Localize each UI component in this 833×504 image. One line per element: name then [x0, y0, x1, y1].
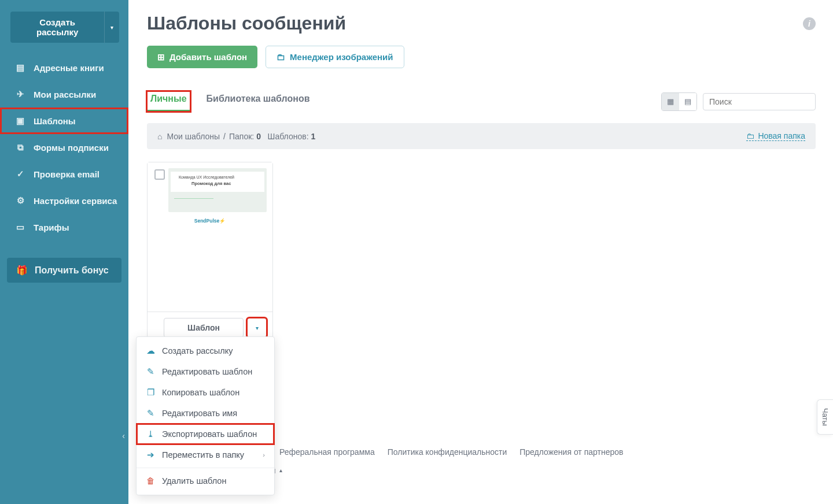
- copy-icon: ❐: [146, 388, 155, 397]
- form-icon: ⧉: [15, 142, 25, 153]
- folders-label: Папок:: [229, 132, 254, 141]
- chevron-right-icon: ›: [263, 451, 265, 458]
- image-folder-icon: 🗀: [277, 52, 285, 62]
- settings-icon: ⚙: [15, 195, 25, 206]
- sidebar-item-templates[interactable]: ▣ Шаблоны: [0, 108, 128, 134]
- tabs-row: Личные Библиотека шаблонов ▦ ▤: [147, 91, 816, 112]
- bonus-label: Получить бонус: [35, 265, 109, 276]
- create-campaign-group: Создать рассылку ▾: [10, 12, 119, 43]
- footer-link[interactable]: Реферальная программа: [279, 447, 375, 457]
- template-title[interactable]: Шаблон: [164, 318, 244, 338]
- footer-link[interactable]: Политика конфиденциальности: [388, 447, 507, 457]
- template-icon: ▣: [15, 116, 25, 126]
- sidebar: Создать рассылку ▾ ▤ Адресные книги ✈ Мо…: [0, 0, 128, 504]
- export-icon: ⤓: [146, 429, 155, 439]
- plus-icon: ⊞: [157, 52, 165, 62]
- templates-count: 1: [311, 132, 315, 141]
- verify-icon: ✓: [15, 169, 25, 179]
- preview-line2: Промокод для вас: [191, 181, 259, 186]
- menu-label: Создать рассылку: [162, 346, 233, 355]
- preview-subline: ────────────────: [171, 197, 264, 200]
- view-list-button[interactable]: ▤: [679, 93, 696, 110]
- sidebar-item-pricing[interactable]: ▭ Тарифы: [0, 214, 128, 240]
- tab-library[interactable]: Библиотека шаблонов: [203, 91, 314, 112]
- folder-plus-icon: 🗀: [746, 131, 754, 140]
- home-icon[interactable]: ⌂: [157, 132, 162, 141]
- preview-line1: Команда UX Исследователей: [179, 175, 259, 179]
- image-manager-label: Менеджер изображений: [290, 52, 393, 62]
- sidebar-item-my-campaigns[interactable]: ✈ Мои рассылки: [0, 81, 128, 108]
- menu-label: Копировать шаблон: [162, 388, 239, 397]
- menu-rename-template[interactable]: ✎ Редактировать имя: [137, 403, 274, 424]
- menu-label: Редактировать имя: [162, 409, 237, 418]
- sidebar-item-label: Настройки сервиса: [34, 196, 117, 206]
- bonus-button[interactable]: 🎁 Получить бонус: [7, 258, 121, 283]
- trash-icon: 🗑: [146, 476, 155, 486]
- new-folder-link[interactable]: 🗀 Новая папка: [746, 131, 805, 141]
- sidebar-item-label: Формы подписки: [34, 143, 109, 153]
- chevron-left-icon: ‹: [122, 431, 125, 440]
- template-card[interactable]: Команда UX Исследователей Промокод для в…: [147, 162, 273, 344]
- search-input[interactable]: [703, 93, 816, 110]
- templates-label: Шаблонов:: [268, 132, 309, 141]
- gift-icon: 🎁: [16, 265, 28, 276]
- template-checkbox[interactable]: [154, 169, 165, 180]
- title-row: Шаблоны сообщений i: [147, 13, 816, 34]
- sidebar-nav: ▤ Адресные книги ✈ Мои рассылки ▣ Шаблон…: [0, 54, 128, 240]
- menu-label: Удалить шаблон: [162, 476, 226, 486]
- menu-create-campaign[interactable]: ☁ Создать рассылку: [137, 340, 274, 361]
- sidebar-item-address-books[interactable]: ▤ Адресные книги: [0, 54, 128, 81]
- menu-label: Редактировать шаблон: [162, 367, 252, 376]
- sidebar-item-label: Шаблоны: [34, 116, 76, 126]
- book-icon: ▤: [15, 62, 25, 73]
- menu-separator: [137, 468, 274, 468]
- pencil-icon: ✎: [146, 367, 155, 376]
- menu-export-template[interactable]: ⤓ Экспортировать шаблон: [137, 424, 274, 444]
- menu-delete-template[interactable]: 🗑 Удалить шаблон: [137, 470, 274, 491]
- menu-edit-template[interactable]: ✎ Редактировать шаблон: [137, 361, 274, 382]
- breadcrumb-root[interactable]: Мои шаблоны: [167, 132, 220, 141]
- move-icon: ➔: [146, 450, 155, 459]
- footer-link[interactable]: Предложения от партнеров: [519, 447, 623, 457]
- preview-body: Команда UX Исследователей Промокод для в…: [168, 168, 267, 212]
- info-icon[interactable]: i: [803, 17, 816, 30]
- sidebar-item-label: Тарифы: [34, 223, 69, 232]
- sidebar-item-email-verify[interactable]: ✓ Проверка email: [0, 161, 128, 187]
- chats-tab[interactable]: Чаты: [817, 399, 833, 435]
- new-folder-label: Новая папка: [758, 131, 805, 140]
- menu-copy-template[interactable]: ❐ Копировать шаблон: [137, 382, 274, 403]
- create-campaign-button[interactable]: Создать рассылку: [10, 12, 104, 43]
- add-template-label: Добавить шаблон: [169, 52, 247, 62]
- send-icon: ☁: [146, 346, 155, 355]
- sidebar-collapse-button[interactable]: ‹: [122, 431, 125, 440]
- tab-personal[interactable]: Личные: [147, 91, 190, 112]
- menu-label: Экспортировать шаблон: [162, 429, 257, 439]
- preview-brand: SendPulse⚡: [153, 218, 267, 224]
- chevron-down-icon: ▾: [110, 24, 113, 31]
- sidebar-item-label: Проверка email: [34, 169, 99, 179]
- folders-count: 0: [256, 132, 261, 141]
- create-campaign-dropdown[interactable]: ▾: [104, 12, 119, 43]
- view-grid-button[interactable]: ▦: [662, 93, 679, 110]
- tabs: Личные Библиотека шаблонов: [147, 91, 314, 112]
- pricing-icon: ▭: [15, 222, 25, 232]
- sidebar-item-subscription-forms[interactable]: ⧉ Формы подписки: [0, 134, 128, 161]
- add-template-button[interactable]: ⊞ Добавить шаблон: [147, 46, 257, 68]
- rename-icon: ✎: [146, 409, 155, 418]
- template-actions-menu: ☁ Создать рассылку ✎ Редактировать шабло…: [136, 336, 275, 495]
- breadcrumb-sep: /: [223, 132, 226, 141]
- sidebar-item-service-settings[interactable]: ⚙ Настройки сервиса: [0, 187, 128, 214]
- tabs-controls: ▦ ▤: [661, 92, 816, 111]
- sidebar-item-label: Мои рассылки: [34, 90, 96, 99]
- sidebar-item-label: Адресные книги: [34, 63, 104, 73]
- breadcrumb: ⌂ Мои шаблоны / Папок: 0 Шаблонов: 1 🗀 Н…: [147, 123, 816, 149]
- menu-move-to-folder[interactable]: ➔ Переместить в папку ›: [137, 444, 274, 465]
- menu-label: Переместить в папку: [162, 450, 244, 459]
- image-manager-button[interactable]: 🗀 Менеджер изображений: [266, 46, 404, 68]
- templates-grid: Команда UX Исследователей Промокод для в…: [147, 162, 816, 344]
- caret-down-icon: ▾: [256, 325, 259, 331]
- page-title: Шаблоны сообщений: [147, 13, 346, 34]
- template-actions-dropdown[interactable]: ▾: [247, 318, 267, 338]
- list-icon: ▤: [684, 97, 691, 106]
- action-row: ⊞ Добавить шаблон 🗀 Менеджер изображений: [147, 46, 816, 68]
